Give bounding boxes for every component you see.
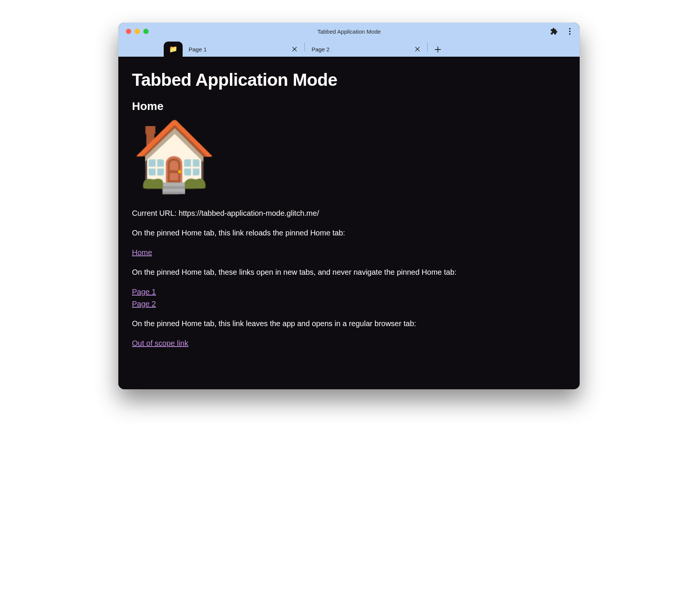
house-icon: 🏠 <box>132 122 566 190</box>
paragraph-outofscope: On the pinned Home tab, this link leaves… <box>132 317 566 330</box>
titlebar: Tabbed Application Mode 📁 Page 1 <box>118 23 580 57</box>
tab-page-1[interactable]: Page 1 <box>183 42 304 57</box>
paragraph-newtabs: On the pinned Home tab, these links open… <box>132 266 566 278</box>
link-page-1[interactable]: Page 1 <box>132 286 566 298</box>
link-out-of-scope[interactable]: Out of scope link <box>132 337 188 349</box>
tab-separator <box>427 42 428 51</box>
current-url-line: Current URL: https://tabbed-application-… <box>132 207 566 219</box>
extensions-icon[interactable] <box>549 26 559 37</box>
new-tab-button[interactable] <box>431 43 444 56</box>
tab-label: Page 1 <box>189 46 291 53</box>
page-subtitle: Home <box>132 100 566 113</box>
link-list-pages: Page 1 Page 2 <box>132 286 566 310</box>
current-url-label: Current URL: <box>132 209 178 217</box>
folder-icon: 📁 <box>169 46 177 53</box>
menu-icon[interactable] <box>565 26 575 37</box>
link-page-2[interactable]: Page 2 <box>132 298 566 310</box>
page-title: Tabbed Application Mode <box>132 70 566 90</box>
tab-page-2[interactable]: Page 2 <box>306 42 427 57</box>
link-home[interactable]: Home <box>132 246 152 258</box>
app-window: Tabbed Application Mode 📁 Page 1 <box>118 23 580 389</box>
minimize-window-button[interactable] <box>135 29 140 34</box>
tab-separator <box>304 42 305 51</box>
page-content: Tabbed Application Mode Home 🏠 Current U… <box>118 57 580 389</box>
close-icon[interactable] <box>414 45 421 53</box>
paragraph-home-reload: On the pinned Home tab, this link reload… <box>132 227 566 239</box>
tab-label: Page 2 <box>312 46 414 53</box>
current-url-value: https://tabbed-application-mode.glitch.m… <box>178 209 319 217</box>
tab-pinned-home[interactable]: 📁 <box>164 42 183 57</box>
traffic-lights <box>118 29 149 34</box>
titlebar-top: Tabbed Application Mode <box>118 23 580 40</box>
tabstrip: 📁 Page 1 Page 2 <box>118 40 580 57</box>
window-title: Tabbed Application Mode <box>118 28 580 35</box>
maximize-window-button[interactable] <box>143 29 149 34</box>
titlebar-actions <box>549 23 575 40</box>
close-window-button[interactable] <box>126 29 131 34</box>
close-icon[interactable] <box>291 45 298 53</box>
